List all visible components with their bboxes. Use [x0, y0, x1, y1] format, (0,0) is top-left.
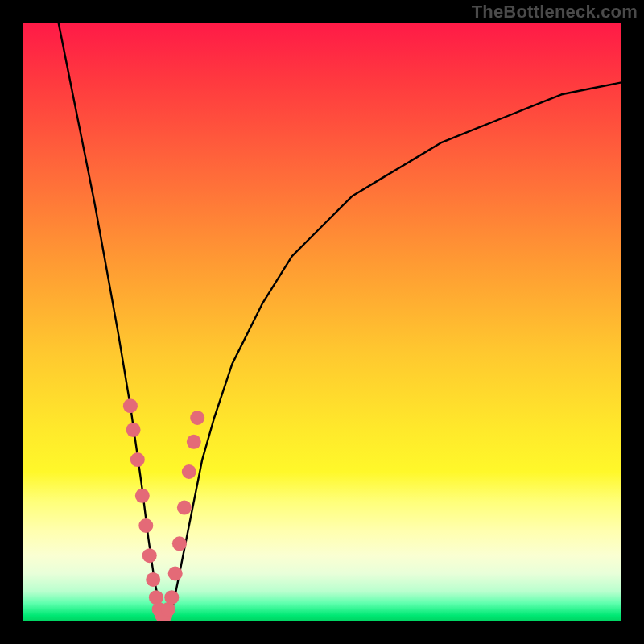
chart-frame: TheBottleneck.com [0, 0, 644, 644]
sample-dot [126, 423, 141, 437]
sample-dot [138, 518, 153, 533]
sample-dot [123, 398, 138, 413]
sample-dot [168, 567, 183, 581]
sample-dot [177, 501, 192, 515]
sample-dot [142, 548, 157, 563]
plot-area [23, 23, 621, 621]
sample-dot [190, 411, 204, 425]
sample-dot [130, 452, 145, 467]
sample-dot [164, 590, 179, 605]
sample-dot [172, 536, 187, 551]
sample-dot [182, 464, 196, 479]
watermark-text: TheBottleneck.com [472, 2, 638, 23]
sample-dot [135, 489, 150, 503]
sample-dot [187, 435, 201, 449]
sample-dot [146, 572, 160, 587]
curve-layer [23, 23, 621, 621]
